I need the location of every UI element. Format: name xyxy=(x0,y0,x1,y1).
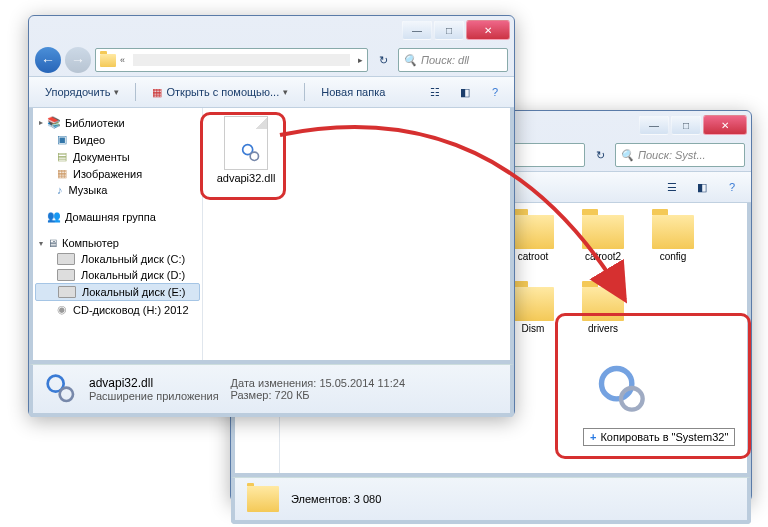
folder-icon xyxy=(247,486,279,512)
sidebar-computer[interactable]: ▾🖥Компьютер xyxy=(35,235,200,251)
sidebar-video[interactable]: ▣Видео xyxy=(35,131,200,148)
details-mod-label: Дата изменения: xyxy=(231,377,317,389)
refresh-button[interactable]: ↻ xyxy=(372,49,394,71)
gear-icon xyxy=(241,143,261,163)
sidebar-docs[interactable]: ▤Документы xyxy=(35,148,200,165)
sidebar-homegroup[interactable]: ▸👥Домашняя группа xyxy=(35,208,200,225)
search-input[interactable]: 🔍Поиск: dll xyxy=(398,48,508,72)
details-filetype: Расширение приложения xyxy=(89,390,219,402)
item-count: Элементов: 3 080 xyxy=(291,493,381,505)
drop-text: Копировать в "System32" xyxy=(600,431,728,443)
drive-icon xyxy=(57,269,75,281)
close-button[interactable]: ✕ xyxy=(466,20,510,40)
folder-item[interactable]: config xyxy=(642,215,704,273)
open-with-button[interactable]: ▦ Открыть с помощью... ▾ xyxy=(144,81,296,103)
sidebar-images[interactable]: ▦Изображения xyxy=(35,165,200,182)
details-filename: advapi32.dll xyxy=(89,376,153,390)
file-label: advapi32.dll xyxy=(211,172,281,184)
drop-tooltip: +Копировать в "System32" xyxy=(583,428,735,446)
minimize-button[interactable]: — xyxy=(639,115,669,135)
view-button[interactable]: ☰ xyxy=(661,176,683,198)
sidebar-drive-e[interactable]: Локальный диск (E:) xyxy=(35,283,200,301)
preview-button[interactable]: ◧ xyxy=(691,176,713,198)
maximize-button[interactable]: □ xyxy=(671,115,701,135)
details-pane: advapi32.dll Расширение приложения Дата … xyxy=(29,364,514,417)
plus-icon: + xyxy=(590,431,596,443)
navbar: ← → «▸ ↻ 🔍Поиск: dll xyxy=(29,44,514,76)
folder-item[interactable]: catroot2 xyxy=(572,215,634,273)
drag-ghost xyxy=(595,362,647,414)
sidebar-drive-d[interactable]: Локальный диск (D:) xyxy=(35,267,200,283)
preview-button[interactable]: ◧ xyxy=(454,81,476,103)
details-size-label: Размер: xyxy=(231,389,272,401)
address-bar[interactable]: «▸ xyxy=(95,48,368,72)
file-pane[interactable]: advapi32.dll xyxy=(203,108,510,364)
details-mod: 15.05.2014 11:24 xyxy=(319,377,405,389)
new-folder-button[interactable]: Новая папка xyxy=(313,81,393,103)
toolbar: Упорядочить ▾ ▦ Открыть с помощью... ▾ Н… xyxy=(29,76,514,108)
forward-button[interactable]: → xyxy=(65,47,91,73)
refresh-button[interactable]: ↻ xyxy=(589,144,611,166)
organize-button[interactable]: Упорядочить ▾ xyxy=(37,81,127,103)
search-input[interactable]: 🔍Поиск: Syst... xyxy=(615,143,745,167)
minimize-button[interactable]: — xyxy=(402,20,432,40)
gear-icon xyxy=(45,373,77,405)
file-advapi32[interactable]: advapi32.dll xyxy=(211,116,281,184)
maximize-button[interactable]: □ xyxy=(434,20,464,40)
help-button[interactable]: ? xyxy=(721,176,743,198)
sidebar-cd-drive[interactable]: ◉CD-дисковод (H:) 2012 xyxy=(35,301,200,318)
sidebar: ▸📚Библиотеки ▣Видео ▤Документы ▦Изображе… xyxy=(33,108,203,360)
search-placeholder: Поиск: dll xyxy=(421,54,469,66)
view-button[interactable]: ☷ xyxy=(424,81,446,103)
dll-file-icon xyxy=(224,116,268,170)
svg-point-1 xyxy=(250,152,258,160)
svg-point-3 xyxy=(60,388,73,401)
svg-point-4 xyxy=(602,369,632,399)
close-button[interactable]: ✕ xyxy=(703,115,747,135)
sidebar-music[interactable]: ♪Музыка xyxy=(35,182,200,198)
folder-item[interactable]: drivers xyxy=(572,287,634,334)
sidebar-libraries[interactable]: ▸📚Библиотеки xyxy=(35,114,200,131)
folder-icon xyxy=(100,54,116,67)
help-button[interactable]: ? xyxy=(484,81,506,103)
status-bar: Элементов: 3 080 xyxy=(231,477,751,524)
sidebar-drive-c[interactable]: Локальный диск (C:) xyxy=(35,251,200,267)
titlebar: — □ ✕ xyxy=(29,16,514,44)
explorer-window-source[interactable]: — □ ✕ ← → «▸ ↻ 🔍Поиск: dll Упорядочить ▾… xyxy=(28,15,515,417)
back-button[interactable]: ← xyxy=(35,47,61,73)
details-size: 720 КБ xyxy=(275,389,310,401)
drive-icon xyxy=(58,286,76,298)
drive-icon xyxy=(57,253,75,265)
search-placeholder: Поиск: Syst... xyxy=(638,149,706,161)
